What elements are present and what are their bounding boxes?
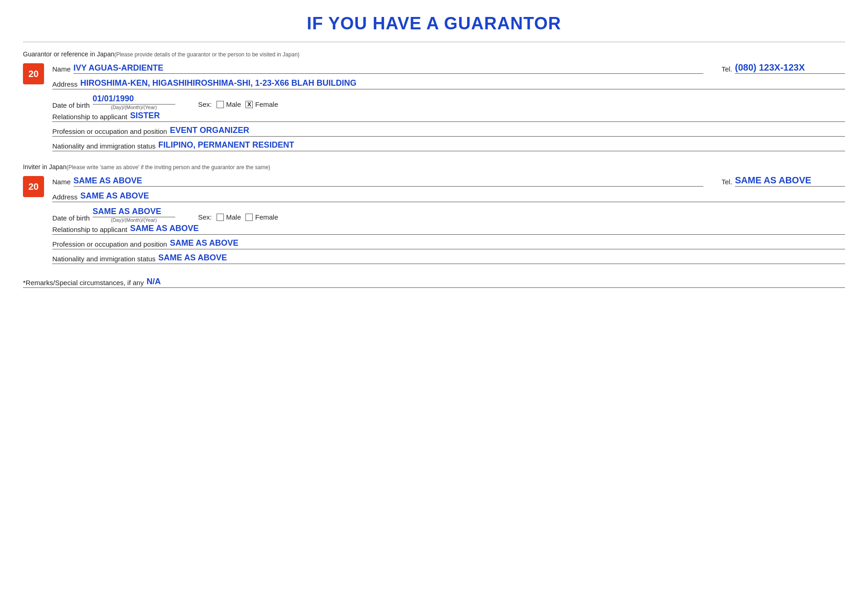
inviter-tel-label: Tel. [722,178,732,187]
inviter-dob-sex-row: Date of birth SAME AS ABOVE (Day)/(Month… [52,207,845,223]
guarantor-address-value: HIROSHIMA-KEN, HIGASHIHIROSHIMA-SHI, 1-2… [80,78,845,89]
guarantor-dob-value-wrap: 01/01/1990 (Day)/(Month)/(Year) [93,94,175,110]
inviter-address-value: SAME AS ABOVE [80,191,845,202]
inviter-nationality-value: SAME AS ABOVE [158,253,845,263]
inviter-name-row: Name SAME AS ABOVE Tel. SAME AS ABOVE [52,175,845,187]
inviter-intro-label: Inviter in Japan [23,163,67,171]
inviter-sex-block: Sex: Male Female [198,213,278,223]
page-title: IF YOU HAVE A GUARANTOR [23,14,845,33]
guarantor-address-row: Address HIROSHIMA-KEN, HIGASHIHIROSHIMA-… [52,78,845,89]
guarantor-female-label: Female [255,100,278,108]
inviter-fields: Name SAME AS ABOVE Tel. SAME AS ABOVE Ad… [52,175,845,272]
inviter-nationality-label: Nationality and immigration status [52,255,156,263]
guarantor-relationship-label: Relationship to applicant [52,113,127,121]
inviter-sex-label: Sex: [198,213,212,221]
inviter-block: 20 Name SAME AS ABOVE Tel. SAME AS ABOVE… [23,175,845,272]
inviter-nationality-row: Nationality and immigration status SAME … [52,253,845,264]
guarantor-intro-paren: (Please provide details of the guarantor… [114,51,300,58]
inviter-tel-value: SAME AS ABOVE [735,175,845,187]
guarantor-tel-block: Tel. (080) 123X-123X [722,62,845,74]
inviter-relationship-row: Relationship to applicant SAME AS ABOVE [52,224,845,235]
inviter-tel-block: Tel. SAME AS ABOVE [722,175,845,187]
guarantor-dob-sub: (Day)/(Month)/(Year) [93,105,175,110]
guarantor-address-label: Address [52,80,78,89]
guarantor-number-badge: 20 [23,63,44,84]
remarks-value: N/A [146,277,845,286]
guarantor-section-intro: Guarantor or reference in Japan(Please p… [23,50,845,58]
inviter-sex-female-option: Female [245,213,278,221]
guarantor-nationality-row: Nationality and immigration status FILIP… [52,140,845,151]
inviter-dob-sub: (Day)/(Month)/(Year) [93,217,175,223]
guarantor-dob-value: 01/01/1990 [93,94,175,105]
inviter-female-label: Female [255,213,278,221]
inviter-name-value: SAME AS ABOVE [73,176,703,187]
guarantor-name-row: Name IVY AGUAS-ARDIENTE Tel. (080) 123X-… [52,62,845,74]
inviter-relationship-value: SAME AS ABOVE [130,224,845,233]
guarantor-sex-female-option: X Female [245,100,278,108]
inviter-dob-label: Date of birth [52,214,90,223]
guarantor-nationality-label: Nationality and immigration status [52,142,156,150]
guarantor-name-value: IVY AGUAS-ARDIENTE [73,63,703,74]
inviter-address-row: Address SAME AS ABOVE [52,191,845,202]
inviter-intro-paren: (Please write 'same as above' if the inv… [67,164,270,171]
inviter-number-badge: 20 [23,176,44,197]
guarantor-profession-value: EVENT ORGANIZER [170,126,845,135]
guarantor-dob-block: Date of birth 01/01/1990 (Day)/(Month)/(… [52,94,175,110]
guarantor-dob-sex-row: Date of birth 01/01/1990 (Day)/(Month)/(… [52,94,845,110]
inviter-relationship-label: Relationship to applicant [52,226,127,233]
inviter-dob-block: Date of birth SAME AS ABOVE (Day)/(Month… [52,207,175,223]
inviter-dob-value-wrap: SAME AS ABOVE (Day)/(Month)/(Year) [93,207,175,223]
guarantor-tel-value: (080) 123X-123X [735,62,845,74]
guarantor-intro-label: Guarantor or reference in Japan [23,50,114,58]
guarantor-profession-row: Profession or occupation and position EV… [52,126,845,137]
inviter-male-checkbox [217,214,224,221]
inviter-dob-value: SAME AS ABOVE [93,207,175,217]
inviter-female-checkbox [245,214,253,221]
guarantor-tel-label: Tel. [722,65,732,74]
inviter-profession-label: Profession or occupation and position [52,240,167,248]
guarantor-sex-label: Sex: [198,100,212,108]
inviter-profession-value: SAME AS ABOVE [170,238,845,248]
guarantor-male-checkbox [217,101,224,108]
guarantor-sex-block: Sex: Male X Female [198,100,278,110]
inviter-sex-male-option: Male [217,213,241,221]
inviter-male-label: Male [226,213,241,221]
inviter-section-intro: Inviter in Japan(Please write 'same as a… [23,163,845,171]
guarantor-sex-male-option: Male [217,100,241,108]
inviter-address-label: Address [52,193,78,202]
guarantor-block: 20 Name IVY AGUAS-ARDIENTE Tel. (080) 12… [23,62,845,160]
top-divider [23,42,845,42]
guarantor-dob-label: Date of birth [52,101,90,110]
guarantor-relationship-row: Relationship to applicant SISTER [52,111,845,122]
guarantor-female-checkbox: X [245,101,253,108]
remarks-label: *Remarks/Special circumstances, if any [23,279,144,286]
guarantor-relationship-value: SISTER [130,111,845,121]
inviter-name-label: Name [52,178,71,187]
guarantor-profession-label: Profession or occupation and position [52,127,167,135]
guarantor-nationality-value: FILIPINO, PERMANENT RESIDENT [158,140,845,150]
guarantor-male-label: Male [226,100,241,108]
guarantor-name-label: Name [52,65,71,74]
inviter-profession-row: Profession or occupation and position SA… [52,238,845,249]
guarantor-fields: Name IVY AGUAS-ARDIENTE Tel. (080) 123X-… [52,62,845,160]
remarks-row: *Remarks/Special circumstances, if any N… [23,277,845,288]
